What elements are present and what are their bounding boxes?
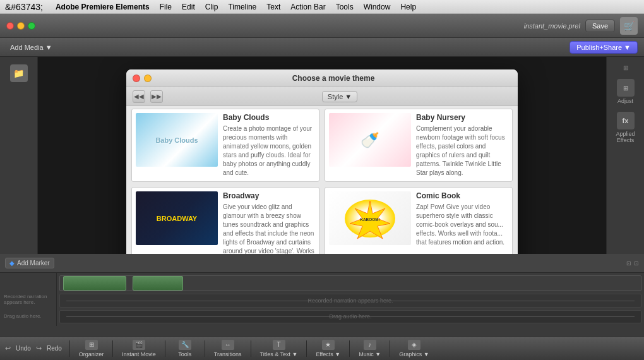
add-media-button[interactable]: Add Media ▼ [6, 42, 56, 53]
footer-sep-1 [69, 340, 70, 357]
theme-thumbnail-broadway: BROADWAY [136, 191, 218, 245]
video-clip-2[interactable] [133, 276, 183, 291]
theme-thumbnail-baby-nursery: 🍼 [329, 113, 411, 167]
minimize-button[interactable] [17, 22, 25, 30]
transitions-button[interactable]: ↔ Transitions [209, 338, 247, 359]
theme-baby-nursery[interactable]: 🍼 Baby Nursery Complement your adorable … [325, 109, 513, 182]
cart-icon[interactable]: 🛒 [620, 17, 638, 35]
theme-row-2: BROADWAY Broadway Give your video glitz … [131, 187, 513, 254]
footer-sep-7 [349, 340, 350, 357]
style-label: Style ▼ [328, 93, 352, 100]
titles-button[interactable]: T Titles & Text ▼ [255, 338, 303, 359]
close-button[interactable] [6, 22, 14, 30]
save-button[interactable]: Save [585, 20, 615, 32]
theme-comic-book[interactable]: KABOOM! Comic Book Zap! Pow! Give your v… [325, 187, 513, 254]
video-clip-1[interactable] [63, 276, 126, 291]
narration-placeholder: Recorded narration appears here. [307, 297, 393, 304]
theme-info-broadway: Broadway Give your video glitz and glamo… [223, 191, 315, 254]
effects-footer-button[interactable]: ★ Effects ▼ [311, 338, 345, 359]
applied-effects-tool[interactable]: fx Applied Effects [611, 109, 640, 146]
main-area: 📁 Choose a movie theme ◀◀ [0, 57, 644, 254]
nav-prev-button[interactable]: ◀◀ [133, 90, 145, 103]
organizer-label: Organizer [79, 351, 104, 357]
video-track[interactable] [59, 275, 641, 291]
menu-window[interactable]: Window [364, 3, 391, 11]
applied-effects-label: Applied Effects [612, 131, 639, 143]
theme-desc-baby-clouds: Create a photo montage of your precious … [223, 124, 315, 177]
transitions-icon: ↔ [222, 340, 234, 350]
tools-footer-button[interactable]: 🔧 Tools [169, 338, 201, 359]
music-button[interactable]: ♪ Music ▼ [354, 338, 386, 359]
undo-arrow-icon: ↩ [5, 344, 11, 352]
marker-icon: ◆ [9, 260, 15, 267]
adjust-control[interactable]: ⊞ [621, 62, 631, 74]
dialog-titlebar: Choose a movie theme [126, 69, 518, 87]
redo-button[interactable]: Redo [43, 343, 66, 354]
menu-action-bar[interactable]: Action Bar [290, 3, 325, 11]
undo-button[interactable]: Undo [12, 343, 35, 354]
theme-broadway[interactable]: BROADWAY Broadway Give your video glitz … [131, 187, 319, 254]
theme-baby-clouds[interactable]: Baby Clouds Baby Clouds Create a photo m… [131, 109, 319, 182]
organizer-icon: ⊞ [85, 340, 98, 350]
app-name: Adobe Premiere Elements [56, 3, 150, 11]
dialog-overlay: Choose a movie theme ◀◀ ▶▶ Style ▼ [38, 57, 606, 254]
add-marker-button[interactable]: ◆ Add Marker [5, 258, 54, 268]
right-sidebar: ⊞ ⊞ Adjust fx Applied Effects [606, 57, 644, 254]
style-dropdown[interactable]: Style ▼ [322, 91, 357, 102]
maximize-button[interactable] [28, 22, 35, 30]
graphics-icon: ◈ [408, 340, 420, 350]
dialog-min-button[interactable] [144, 75, 152, 82]
music-label: Music ▼ [359, 351, 381, 357]
tools-footer-icon: 🔧 [179, 340, 191, 350]
undo-redo-group: ↩ Undo ↪ Redo [5, 343, 66, 354]
dialog-close-button[interactable] [133, 75, 140, 82]
titles-label: Titles & Text ▼ [260, 351, 298, 357]
menu-file[interactable]: File [160, 3, 172, 11]
track-labels: Recorded narration appears here. Drag au… [0, 273, 57, 326]
theme-desc-comic-book: Zap! Pow! Give your video superhero styl… [416, 203, 508, 247]
menu-help[interactable]: Help [400, 3, 416, 11]
footer-sep-4 [205, 340, 205, 357]
theme-desc-baby-nursery: Complement your adorable newborn footage… [416, 124, 508, 177]
menu-tools[interactable]: Tools [336, 3, 354, 11]
footer-sep-8 [390, 340, 390, 357]
theme-name-baby-clouds: Baby Clouds [223, 113, 315, 122]
publish-share-button[interactable]: Publish+Share ▼ [569, 41, 638, 54]
footer-sep-2 [112, 340, 113, 357]
adjust-tool[interactable]: ⊞ Adjust [611, 76, 640, 107]
comic-burst: KABOOM! [345, 200, 395, 237]
track-controls: ⊡ ⊡ [626, 260, 639, 267]
effects-footer-label: Effects ▼ [316, 351, 340, 357]
footer-toolbar: ↩ Undo ↪ Redo ⊞ Organizer 🎬 Instant Movi… [0, 336, 644, 360]
audio-track[interactable]: Drag audio here. [59, 310, 641, 323]
theme-thumbnail-baby-clouds: Baby Clouds [136, 113, 218, 167]
menu-clip[interactable]: Clip [205, 3, 218, 11]
top-toolbar: instant_movie.prel Save 🛒 [0, 14, 644, 38]
theme-info-baby-nursery: Baby Nursery Complement your adorable ne… [416, 113, 508, 177]
theme-desc-broadway: Give your video glitz and glamour with a… [223, 203, 315, 254]
theme-chooser-dialog: Choose a movie theme ◀◀ ▶▶ Style ▼ [126, 69, 518, 254]
instant-movie-button[interactable]: 🎬 Instant Movie [117, 338, 161, 359]
adjust-label: Adjust [617, 98, 633, 104]
dialog-toolbar: ◀◀ ▶▶ Style ▼ [126, 87, 518, 106]
add-media-label: Add Media ▼ [10, 44, 52, 51]
menu-timeline[interactable]: Timeline [228, 3, 256, 11]
narration-track[interactable]: Recorded narration appears here. [59, 294, 641, 307]
filename-label: instant_movie.prel [524, 22, 580, 30]
nav-next-button[interactable]: ▶▶ [150, 90, 163, 103]
themes-container[interactable]: Baby Clouds Baby Clouds Create a photo m… [126, 106, 518, 254]
transitions-label: Transitions [214, 351, 242, 357]
dialog-title: Choose a movie theme [155, 74, 511, 83]
sidebar-tool-add-media[interactable]: 📁 [4, 62, 33, 85]
theme-name-baby-nursery: Baby Nursery [416, 113, 508, 122]
timeline-toolbar: ◆ Add Marker ⊡ ⊡ [0, 254, 644, 273]
menu-edit[interactable]: Edit [182, 3, 195, 11]
left-sidebar: 📁 [0, 57, 38, 254]
graphics-button[interactable]: ◈ Graphics ▼ [394, 338, 434, 359]
menu-text[interactable]: Text [266, 3, 280, 11]
music-icon: ♪ [364, 340, 376, 350]
theme-name-comic-book: Comic Book [416, 191, 508, 200]
add-media-icon: 📁 [10, 64, 28, 82]
organizer-button[interactable]: ⊞ Organizer [74, 338, 109, 359]
apple-menu[interactable]: &#63743; [5, 2, 43, 12]
